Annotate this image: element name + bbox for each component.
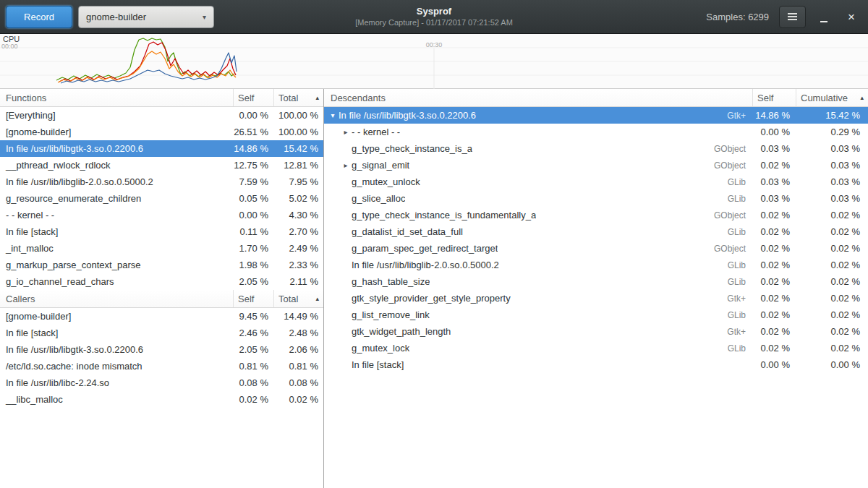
- self-percent: 2.05 %: [233, 276, 273, 287]
- function-name: gtk_style_provider_get_style_property: [352, 293, 511, 304]
- sort-indicator-icon: ▴: [860, 94, 864, 101]
- table-row[interactable]: In file [stack]0.11 %2.70 %: [0, 223, 323, 240]
- function-name: In file /usr/lib/libgtk-3.so.0.2200.6: [339, 110, 476, 121]
- tree-row[interactable]: gtk_widget_path_lengthGtk+0.02 %0.02 %: [324, 323, 868, 340]
- table-row[interactable]: In file /usr/lib/libgtk-3.so.0.2200.614.…: [0, 140, 323, 157]
- total-percent: 4.30 %: [273, 210, 323, 221]
- minimize-button[interactable]: [820, 11, 827, 22]
- cpu-series-blue: [61, 53, 237, 83]
- expander-closed-icon[interactable]: ▸: [340, 161, 352, 169]
- tree-row[interactable]: g_slice_allocGLib0.03 %0.03 %: [324, 190, 868, 207]
- total-percent: 2.06 %: [273, 344, 323, 355]
- tree-name-cell: g_hash_table_sizeGLib: [324, 276, 752, 287]
- total-percent: 2.11 %: [273, 276, 323, 287]
- column-functions[interactable]: Functions: [0, 89, 233, 106]
- tree-row[interactable]: g_type_check_instance_is_fundamentally_a…: [324, 207, 868, 223]
- column-cumulative[interactable]: Cumulative ▴: [796, 89, 868, 106]
- table-row[interactable]: [gnome-builder]9.45 %14.49 %: [0, 308, 323, 325]
- function-name: g_markup_parse_context_parse: [0, 260, 233, 270]
- self-percent: 2.46 %: [233, 328, 273, 338]
- self-percent: 0.02 %: [752, 293, 796, 304]
- expander-closed-icon[interactable]: ▸: [340, 128, 352, 136]
- self-percent: 7.59 %: [233, 176, 273, 187]
- function-name: g_io_channel_read_chars: [0, 276, 233, 287]
- self-percent: 0.11 %: [233, 226, 273, 237]
- cpu-series-orange: [58, 51, 236, 82]
- function-name: gtk_widget_path_length: [352, 326, 451, 337]
- tree-row[interactable]: ▸g_signal_emitGObject0.02 %0.03 %: [324, 157, 868, 174]
- column-self[interactable]: Self: [752, 89, 796, 106]
- tree-row[interactable]: g_datalist_id_set_data_fullGLib0.02 %0.0…: [324, 223, 868, 240]
- table-row[interactable]: __libc_malloc0.02 %0.02 %: [0, 391, 323, 408]
- tree-row[interactable]: g_list_remove_linkGLib0.02 %0.02 %: [324, 307, 868, 323]
- tree-row[interactable]: g_type_check_instance_is_aGObject0.03 %0…: [324, 140, 868, 157]
- table-row[interactable]: g_resource_enumerate_children0.05 %5.02 …: [0, 190, 323, 207]
- function-name: - - kernel - -: [0, 210, 233, 221]
- target-select[interactable]: gnome-builder ▾: [78, 6, 214, 28]
- function-name: In file [stack]: [0, 328, 233, 338]
- sort-indicator-icon: ▴: [315, 295, 319, 302]
- callers-list: [gnome-builder]9.45 %14.49 %In file [sta…: [0, 308, 323, 408]
- table-row[interactable]: [gnome-builder]26.51 %100.00 %: [0, 124, 323, 140]
- cumulative-percent: 0.02 %: [796, 260, 868, 270]
- table-row[interactable]: g_io_channel_read_chars2.05 %2.11 %: [0, 273, 323, 290]
- self-percent: 0.00 %: [752, 359, 796, 370]
- table-row[interactable]: g_markup_parse_context_parse1.98 %2.33 %: [0, 257, 323, 273]
- function-name: g_type_check_instance_is_a: [352, 143, 472, 154]
- tree-row[interactable]: g_mutex_lockGLib0.02 %0.02 %: [324, 340, 868, 356]
- left-pane: Functions Self Total ▴ [Everything]0.00 …: [0, 89, 324, 488]
- function-name: g_resource_enumerate_children: [0, 193, 233, 204]
- tree-row[interactable]: g_param_spec_get_redirect_targetGObject0…: [324, 240, 868, 257]
- target-select-value: gnome-builder: [86, 12, 146, 22]
- cpu-graph[interactable]: CPU 00:00 00:30: [0, 34, 868, 89]
- function-name: [Everything]: [0, 110, 233, 121]
- self-percent: 0.05 %: [233, 193, 273, 204]
- self-percent: 0.02 %: [752, 226, 796, 237]
- cumulative-percent: 0.03 %: [796, 193, 868, 204]
- library-badge: GObject: [707, 144, 752, 154]
- column-callers[interactable]: Callers: [0, 290, 233, 307]
- tree-row[interactable]: ▾In file /usr/lib/libgtk-3.so.0.2200.6Gt…: [324, 107, 868, 124]
- expander-open-icon[interactable]: ▾: [327, 111, 339, 119]
- function-name: g_datalist_id_set_data_full: [352, 226, 463, 237]
- table-row[interactable]: /etc/ld.so.cache: inode mismatch0.81 %0.…: [0, 358, 323, 374]
- table-row[interactable]: _int_malloc1.70 %2.49 %: [0, 240, 323, 257]
- column-descendants[interactable]: Descendants: [324, 89, 752, 106]
- function-name: In file /usr/lib/libgtk-3.so.0.2200.6: [0, 143, 233, 154]
- close-button[interactable]: ×: [848, 11, 855, 22]
- table-row[interactable]: In file /usr/lib/libgtk-3.so.0.2200.62.0…: [0, 341, 323, 358]
- function-name: In file [stack]: [352, 359, 404, 370]
- tree-row[interactable]: g_hash_table_sizeGLib0.02 %0.02 %: [324, 273, 868, 290]
- table-row[interactable]: [Everything]0.00 %100.00 %: [0, 107, 323, 124]
- self-percent: 0.02 %: [752, 210, 796, 221]
- table-row[interactable]: In file [stack]2.46 %2.48 %: [0, 325, 323, 341]
- tree-row[interactable]: ▸- - kernel - -0.00 %0.29 %: [324, 124, 868, 140]
- function-name: g_param_spec_get_redirect_target: [352, 243, 498, 254]
- time-label-mid: 00:30: [426, 41, 443, 48]
- cumulative-percent: 0.02 %: [796, 309, 868, 320]
- table-row[interactable]: - - kernel - -0.00 %4.30 %: [0, 207, 323, 223]
- tree-name-cell: In file /usr/lib/libglib-2.0.so.0.5000.2…: [324, 260, 752, 270]
- function-name: /etc/ld.so.cache: inode mismatch: [0, 361, 233, 372]
- cumulative-percent: 0.03 %: [796, 176, 868, 187]
- function-name: g_type_check_instance_is_fundamentally_a: [352, 210, 536, 221]
- column-self[interactable]: Self: [233, 290, 273, 307]
- tree-row[interactable]: In file /usr/lib/libglib-2.0.so.0.5000.2…: [324, 257, 868, 273]
- tree-row[interactable]: In file [stack]0.00 %0.00 %: [324, 356, 868, 373]
- column-total[interactable]: Total ▴: [273, 89, 323, 106]
- sort-indicator-icon: ▴: [315, 94, 319, 101]
- descendants-pane: Descendants Self Cumulative ▴ ▾In file /…: [324, 89, 868, 488]
- table-row[interactable]: __pthread_rwlock_rdlock12.75 %12.81 %: [0, 157, 323, 174]
- self-percent: 0.02 %: [752, 160, 796, 171]
- tree-row[interactable]: g_mutex_unlockGLib0.03 %0.03 %: [324, 174, 868, 190]
- column-cumulative-label: Cumulative: [801, 93, 848, 103]
- column-total[interactable]: Total ▴: [273, 290, 323, 307]
- total-percent: 2.49 %: [273, 243, 323, 254]
- table-row[interactable]: In file /usr/lib/libglib-2.0.so.0.5000.2…: [0, 174, 323, 190]
- self-percent: 9.45 %: [233, 311, 273, 322]
- table-row[interactable]: In file /usr/lib/libc-2.24.so0.08 %0.08 …: [0, 374, 323, 391]
- column-self[interactable]: Self: [233, 89, 273, 106]
- menu-button[interactable]: [779, 6, 806, 28]
- record-button[interactable]: Record: [6, 6, 72, 28]
- tree-row[interactable]: gtk_style_provider_get_style_propertyGtk…: [324, 290, 868, 307]
